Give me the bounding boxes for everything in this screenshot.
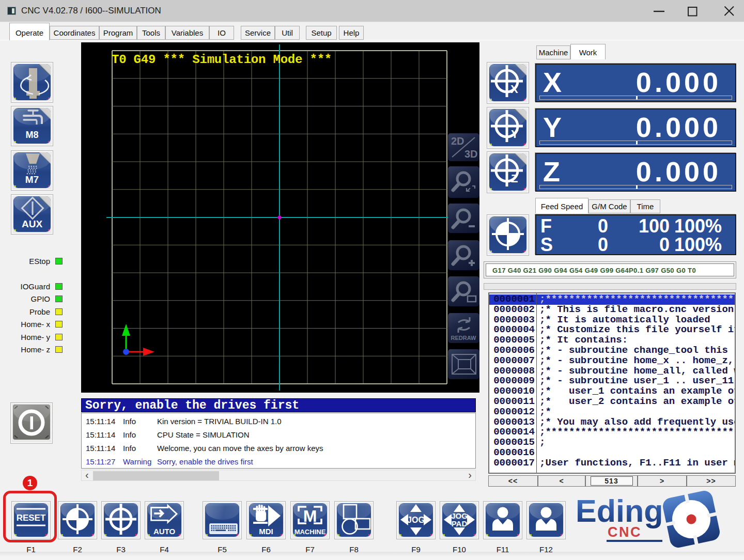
svg-text:REDRAW: REDRAW — [451, 335, 477, 341]
svg-text:Eding: Eding — [576, 493, 663, 528]
svg-text:Y: Y — [511, 128, 519, 141]
svg-text:Z: Z — [511, 172, 518, 185]
svg-text:CNC: CNC — [608, 524, 642, 540]
svg-text:2D: 2D — [451, 135, 464, 147]
svg-text:X: X — [510, 83, 518, 96]
svg-text:3D: 3D — [464, 148, 478, 160]
svg-text:PAD: PAD — [452, 519, 468, 528]
